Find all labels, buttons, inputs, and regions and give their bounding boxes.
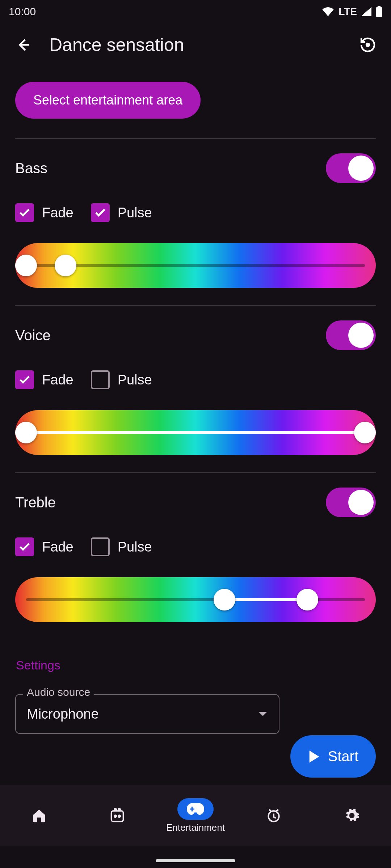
treble-toggle[interactable]	[326, 488, 376, 517]
svg-point-5	[118, 809, 121, 811]
voice-pulse-checkbox[interactable]: Pulse	[91, 370, 152, 389]
treble-fade-checkbox[interactable]: Fade	[15, 537, 73, 556]
nav-entertainment[interactable]: Entertainment	[156, 798, 235, 833]
voice-fade-checkbox[interactable]: Fade	[15, 370, 73, 389]
bass-range-low-thumb[interactable]	[15, 255, 37, 276]
treble-pulse-label: Pulse	[118, 539, 152, 555]
bass-toggle[interactable]	[326, 153, 376, 183]
gamepad-icon	[177, 798, 214, 820]
gesture-bar	[156, 859, 235, 862]
treble-range-high-thumb[interactable]	[297, 589, 318, 610]
wifi-icon	[322, 7, 334, 16]
svg-rect-0	[376, 7, 382, 17]
treble-pulse-checkbox[interactable]: Pulse	[91, 537, 152, 556]
treble-range-low-thumb[interactable]	[214, 589, 235, 610]
restore-icon[interactable]	[355, 32, 381, 58]
voice-fade-label: Fade	[42, 372, 73, 388]
audio-source-label: Audio source	[23, 686, 94, 698]
play-icon	[308, 749, 321, 764]
voice-section: Voice Fade Pulse	[15, 306, 376, 455]
checkmark-icon	[15, 370, 34, 389]
page-title: Dance sensation	[49, 34, 184, 55]
start-button[interactable]: Start	[290, 735, 376, 778]
voice-label: Voice	[15, 327, 326, 344]
nav-settings[interactable]	[313, 805, 391, 826]
svg-point-7	[118, 815, 121, 817]
checkmark-icon	[15, 537, 34, 556]
checkbox-empty-icon	[91, 537, 110, 556]
checkmark-icon	[15, 203, 34, 222]
bass-range-high-thumb[interactable]	[55, 255, 76, 276]
nav-automation[interactable]	[235, 805, 313, 826]
svg-rect-1	[378, 6, 381, 8]
bass-fade-checkbox[interactable]: Fade	[15, 203, 73, 222]
start-label: Start	[328, 748, 358, 765]
bottom-nav: Entertainment	[0, 785, 391, 846]
settings-heading: Settings	[15, 658, 376, 672]
bass-pulse-checkbox[interactable]: Pulse	[91, 203, 152, 222]
checkbox-empty-icon	[91, 370, 110, 389]
back-button[interactable]	[10, 32, 36, 58]
voice-range-low-thumb[interactable]	[15, 422, 37, 443]
status-network: LTE	[339, 6, 357, 17]
checkmark-icon	[91, 203, 110, 222]
bass-pulse-label: Pulse	[118, 205, 152, 221]
battery-icon	[376, 6, 382, 17]
svg-point-6	[114, 815, 117, 817]
svg-point-2	[366, 43, 369, 46]
chevron-down-icon	[258, 711, 268, 717]
clock-icon	[256, 805, 292, 826]
voice-range-high-thumb[interactable]	[354, 422, 376, 443]
status-time: 10:00	[9, 5, 36, 18]
status-bar: 10:00 LTE	[0, 0, 391, 23]
voice-spectrum-slider[interactable]	[15, 410, 376, 455]
select-entertainment-area-button[interactable]: Select entertainment area	[15, 82, 201, 119]
presets-icon	[99, 805, 135, 826]
voice-pulse-label: Pulse	[118, 372, 152, 388]
svg-point-4	[114, 809, 117, 811]
treble-label: Treble	[15, 494, 326, 511]
gear-icon	[334, 805, 370, 826]
bass-spectrum-slider[interactable]	[15, 243, 376, 288]
voice-toggle[interactable]	[326, 320, 376, 350]
treble-spectrum-slider[interactable]	[15, 577, 376, 622]
nav-presets[interactable]	[78, 805, 156, 826]
audio-source-dropdown[interactable]: Microphone	[15, 694, 279, 734]
treble-fade-label: Fade	[42, 539, 73, 555]
nav-home[interactable]	[0, 805, 78, 826]
bass-section: Bass Fade Pulse	[15, 139, 376, 288]
treble-section: Treble Fade Pulse	[15, 473, 376, 622]
home-icon	[21, 805, 57, 826]
app-bar: Dance sensation	[0, 23, 391, 67]
bass-label: Bass	[15, 160, 326, 176]
signal-icon	[361, 7, 371, 16]
svg-rect-3	[112, 811, 123, 821]
nav-entertainment-label: Entertainment	[166, 822, 225, 833]
audio-source-value: Microphone	[27, 706, 99, 722]
bass-fade-label: Fade	[42, 205, 73, 221]
